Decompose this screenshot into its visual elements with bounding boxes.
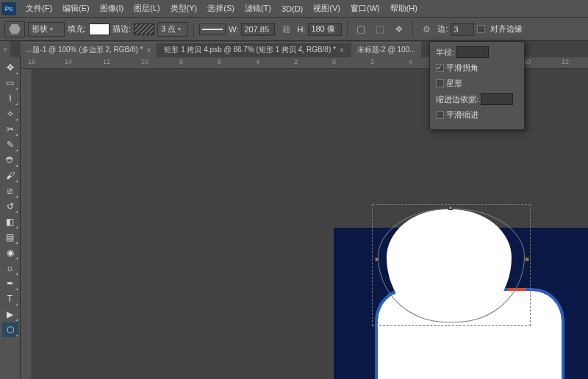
eyedropper-tool[interactable]: ✎ [2, 137, 18, 152]
stroke-swatch[interactable] [134, 24, 154, 35]
path-anchor[interactable] [375, 257, 379, 261]
lasso-tool[interactable]: ⌇ [2, 91, 18, 106]
path-arrange-icon[interactable]: ⬚ [372, 22, 388, 37]
close-icon[interactable]: × [147, 46, 151, 54]
indent-input[interactable] [481, 93, 513, 105]
ruler-tick: 2 [294, 58, 298, 65]
marquee-tool[interactable]: ▭ [2, 76, 18, 90]
eraser-tool[interactable]: ◧ [2, 214, 18, 229]
tool-mode-dropdown[interactable]: 形状 [28, 22, 65, 37]
ruler-tick: 4 [409, 58, 412, 65]
stroke-style-dropdown[interactable] [199, 24, 226, 35]
ruler-tick: 12 [562, 58, 569, 65]
divider [347, 21, 348, 37]
sides-input[interactable] [451, 23, 474, 36]
menu-layer[interactable]: 图层(L) [129, 3, 165, 14]
options-bar: 形状 填充: 描边: 3 点 W: ⛓ H: ▢ ⬚ ❖ ⚙ 边: 对齐边缘 [0, 18, 588, 41]
history-brush-tool[interactable]: ↺ [2, 199, 18, 214]
document-tab[interactable]: 未标题-2 @ 100... [351, 42, 422, 57]
menu-file[interactable]: 文件(F) [21, 3, 57, 14]
width-input[interactable] [241, 23, 275, 36]
stroke-label: 描边: [112, 24, 131, 35]
star-label: 星形 [446, 78, 462, 89]
path-align-icon[interactable]: ▢ [353, 22, 369, 37]
ruler-tick: 2 [370, 58, 374, 65]
path-options-icon[interactable]: ❖ [391, 22, 407, 37]
document-tab[interactable]: ...题-1 @ 100% (多边形 2, RGB/8) *× [21, 42, 157, 57]
radius-input[interactable] [456, 46, 489, 58]
stroke-width-dropdown[interactable]: 3 点 [157, 22, 188, 37]
fill-label: 填充: [68, 24, 86, 35]
stamp-tool[interactable]: ⎚ [2, 184, 18, 198]
ruler-tick: 8 [179, 58, 183, 65]
app-icon: Ps [1, 2, 16, 15]
align-edges-checkbox[interactable] [477, 25, 485, 33]
menu-window[interactable]: 窗口(W) [345, 3, 385, 14]
path-anchor[interactable] [525, 257, 529, 261]
ruler-tick: 12 [103, 58, 110, 65]
height-input[interactable] [308, 23, 342, 36]
radius-label: 半径: [436, 47, 454, 58]
menu-filter[interactable]: 滤镜(T) [240, 3, 276, 14]
expand-tabs-icon[interactable]: » [0, 41, 10, 57]
smooth-corners-label: 平滑拐角 [446, 62, 478, 73]
close-icon[interactable]: × [340, 46, 344, 54]
indent-label: 缩进边依据: [436, 94, 478, 105]
ruler-tick: 14 [65, 58, 72, 65]
crop-tool[interactable]: ✂ [2, 122, 18, 137]
smooth-indent-checkbox[interactable] [436, 111, 444, 119]
path-select-tool[interactable]: ▶ [2, 307, 18, 322]
move-tool[interactable]: ✥ [2, 60, 18, 75]
ruler-tick: 10 [141, 58, 148, 65]
menu-type[interactable]: 类型(Y) [165, 3, 203, 14]
align-edges-label: 对齐边缘 [490, 24, 523, 35]
shape-tool[interactable]: ⬡ [2, 322, 18, 337]
artboard [334, 228, 588, 379]
menu-view[interactable]: 视图(V) [308, 3, 345, 14]
menu-bar: Ps 文件(F) 编辑(E) 图像(I) 图层(L) 类型(Y) 选择(S) 滤… [0, 0, 588, 18]
smooth-corners-checkbox[interactable] [436, 64, 444, 72]
type-tool[interactable]: T [2, 292, 18, 306]
link-wh-icon[interactable]: ⛓ [278, 22, 294, 37]
width-label: W: [229, 25, 238, 34]
ruler-tick: 6 [218, 58, 221, 65]
ruler-tick: 0 [332, 58, 336, 65]
wand-tool[interactable]: ✧ [2, 107, 18, 121]
gear-icon[interactable]: ⚙ [418, 22, 434, 37]
dodge-tool[interactable]: ☼ [2, 261, 18, 275]
document-tab[interactable]: 矩形 1 拷贝 4.psb @ 66.7% (矩形 1 拷贝 4, RGB/8)… [158, 42, 349, 57]
polygon-tool-icon[interactable] [4, 21, 25, 37]
tool-palette: ✥ ▭ ⌇ ✧ ✂ ✎ ⛑ 🖌 ⎚ ↺ ◧ ▤ ◉ ☼ ✒ T ▶ ⬡ [0, 57, 21, 379]
smooth-indent-label: 平滑缩进 [446, 109, 478, 120]
polygon-options-popup: 半径: 平滑拐角 星形 缩进边依据: 平滑缩进 [429, 41, 525, 130]
divider [193, 21, 194, 37]
menu-help[interactable]: 帮助(H) [385, 3, 423, 14]
heal-tool[interactable]: ⛑ [2, 153, 18, 167]
brush-tool[interactable]: 🖌 [2, 168, 18, 183]
ruler-vertical [21, 69, 32, 379]
sides-label: 边: [437, 24, 448, 35]
tab-title: 未标题-2 @ 100... [357, 45, 416, 55]
gradient-tool[interactable]: ▤ [2, 230, 18, 245]
menu-3d[interactable]: 3D(D) [276, 4, 308, 13]
star-checkbox[interactable] [436, 79, 444, 87]
ruler-tick: 16 [28, 58, 35, 65]
ruler-tick: 4 [256, 58, 259, 65]
pen-tool[interactable]: ✒ [2, 276, 18, 291]
tab-title: ...题-1 @ 100% (多边形 2, RGB/8) * [26, 45, 143, 55]
path-anchor[interactable] [448, 206, 453, 210]
menu-image[interactable]: 图像(I) [95, 3, 129, 14]
menu-edit[interactable]: 编辑(E) [57, 3, 95, 14]
tab-title: 矩形 1 拷贝 4.psb @ 66.7% (矩形 1 拷贝 4, RGB/8)… [164, 45, 336, 55]
blur-tool[interactable]: ◉ [2, 245, 18, 260]
fill-swatch[interactable] [89, 24, 110, 35]
menu-select[interactable]: 选择(S) [202, 3, 240, 14]
height-label: H: [297, 25, 305, 34]
divider [412, 21, 413, 37]
